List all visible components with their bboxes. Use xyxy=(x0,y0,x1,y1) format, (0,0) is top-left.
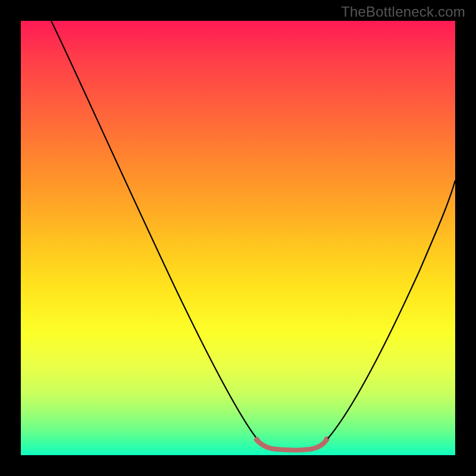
chart-curves xyxy=(21,21,455,455)
watermark-text: TheBottleneck.com xyxy=(341,4,465,20)
valley-marker xyxy=(256,440,327,450)
valley-left-dot xyxy=(255,437,260,443)
right-curve xyxy=(328,180,455,439)
left-curve xyxy=(51,21,260,442)
plot-area xyxy=(21,21,455,455)
